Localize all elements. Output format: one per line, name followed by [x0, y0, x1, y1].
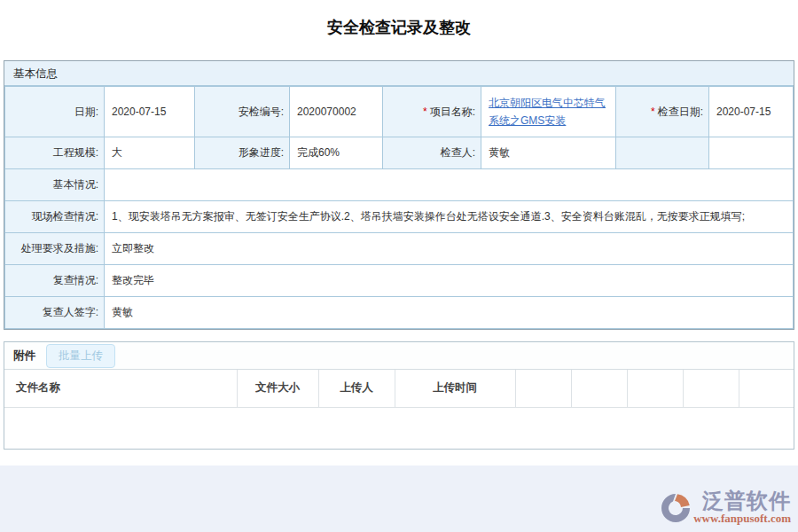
brand-url[interactable]: www.fanpusoft.com [693, 512, 791, 526]
page-title: 安全检查记录及整改 [0, 0, 798, 60]
site-inspection-label: 现场检查情况: [5, 201, 105, 233]
recheck-situation-label: 复查情况: [5, 265, 105, 297]
project-name-cell: 北京朝阳区电气中芯特气系统之GMS安装 [481, 87, 616, 137]
table-row: 工程规模: 大 形象进度: 完成60% 检查人: 黄敏 [5, 137, 794, 169]
column-header-upload-time: 上传时间 [395, 370, 515, 407]
table-row: 复查人签字: 黄敏 [5, 297, 794, 329]
handling-measures-value: 立即整改 [105, 233, 794, 265]
required-asterisk: * [423, 106, 427, 118]
attachments-header-row: 文件名称 文件大小 上传人 上传时间 [4, 370, 794, 407]
footer-band: 泛普软件 www.fanpusoft.com [0, 466, 798, 532]
table-row: 处理要求及措施: 立即整改 [5, 233, 794, 265]
inspection-no-label: 安检编号: [195, 87, 290, 137]
attachments-title: 附件 [13, 348, 35, 364]
basic-info-table: 日期: 2020-07-15 安检编号: 2020070002 *项目名称: 北… [4, 86, 794, 329]
brand-text-block: 泛普软件 www.fanpusoft.com [693, 490, 791, 526]
table-row: 复查情况: 整改完毕 [5, 265, 794, 297]
basic-situation-label: 基本情况: [5, 169, 105, 201]
inspector-value: 黄敏 [481, 137, 616, 169]
attachments-empty-body [4, 407, 794, 449]
scale-label: 工程规模: [5, 137, 105, 169]
required-asterisk: * [651, 106, 655, 118]
column-header-empty [571, 370, 627, 407]
column-header-file-name: 文件名称 [4, 370, 237, 407]
recheck-situation-value: 整改完毕 [105, 265, 794, 297]
fanpu-logo-icon [660, 492, 692, 524]
column-header-empty [683, 370, 739, 407]
attachments-section: 附件 批量上传 文件名称 文件大小 上传人 上传时间 [4, 341, 794, 450]
attachments-empty-row [4, 407, 794, 449]
site-inspection-value: 1、现安装塔吊无方案报审、无签订安全生产协议.2、塔吊扶墙安装操作台处无搭设安全… [105, 201, 794, 233]
recheck-signature-label: 复查人签字: [5, 297, 105, 329]
date-value: 2020-07-15 [105, 87, 195, 137]
attachments-header-bar: 附件 批量上传 [4, 342, 794, 370]
column-header-uploader: 上传人 [318, 370, 395, 407]
empty-label-cell [616, 137, 709, 169]
column-header-empty [627, 370, 683, 407]
progress-label: 形象进度: [195, 137, 290, 169]
check-date-value: 2020-07-15 [709, 87, 794, 137]
column-header-empty [515, 370, 571, 407]
column-header-empty [739, 370, 794, 407]
basic-info-header: 基本信息 [4, 61, 794, 86]
table-row: 基本情况: [5, 169, 794, 201]
date-label: 日期: [5, 87, 105, 137]
brand-logo: 泛普软件 www.fanpusoft.com [660, 490, 791, 526]
table-row: 现场检查情况: 1、现安装塔吊无方案报审、无签订安全生产协议.2、塔吊扶墙安装操… [5, 201, 794, 233]
empty-value-cell [709, 137, 794, 169]
progress-value: 完成60% [290, 137, 383, 169]
column-header-file-size: 文件大小 [237, 370, 318, 407]
inspection-no-value: 2020070002 [290, 87, 383, 137]
scale-value: 大 [105, 137, 195, 169]
check-date-label: *检查日期: [616, 87, 709, 137]
project-name-label: *项目名称: [383, 87, 481, 137]
basic-info-section: 基本信息 日期: 2020-07-15 安检编号: 2020070002 *项目… [4, 60, 794, 330]
inspector-label: 检查人: [383, 137, 481, 169]
batch-upload-button[interactable]: 批量上传 [46, 344, 115, 368]
table-row: 日期: 2020-07-15 安检编号: 2020070002 *项目名称: 北… [5, 87, 794, 137]
project-name-link[interactable]: 北京朝阳区电气中芯特气系统之GMS安装 [489, 97, 606, 127]
attachments-table: 文件名称 文件大小 上传人 上传时间 [4, 370, 794, 449]
project-name-label-text: 项目名称: [430, 106, 475, 118]
handling-measures-label: 处理要求及措施: [5, 233, 105, 265]
check-date-label-text: 检查日期: [658, 106, 703, 118]
brand-name: 泛普软件 [702, 490, 791, 512]
basic-situation-value [105, 169, 794, 201]
recheck-signature-value: 黄敏 [105, 297, 794, 329]
